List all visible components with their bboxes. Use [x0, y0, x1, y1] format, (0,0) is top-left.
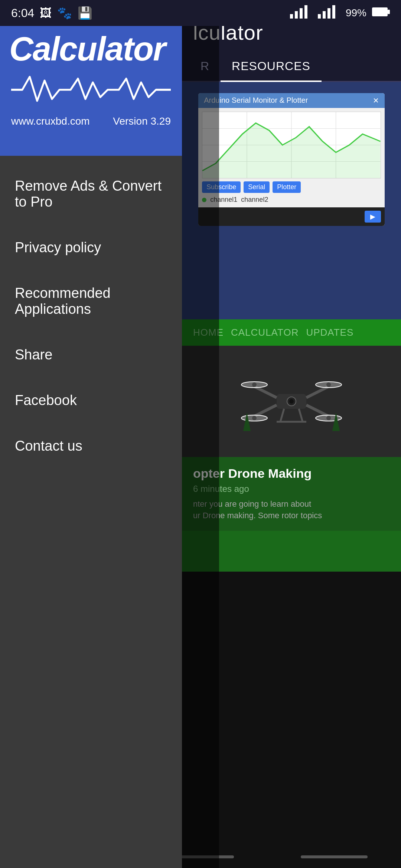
svg-rect-10: [373, 8, 387, 16]
signal-icon: [290, 5, 312, 21]
arduino-bottom-row: channel1 channel2: [202, 196, 381, 204]
arduino-body: Subscribe Serial Plotter channel1 channe…: [198, 108, 385, 207]
website-text: www.cruxbd.com: [11, 115, 90, 127]
header-top-row: Calculator C: [11, 29, 171, 69]
arduino-dark-bar: ▶: [198, 207, 385, 226]
drawer-overlay[interactable]: [182, 0, 219, 868]
gallery-icon: 🖼: [40, 6, 52, 20]
menu-item-privacy-policy[interactable]: Privacy policy: [0, 225, 182, 270]
menu-item-privacy-policy-label: Privacy policy: [15, 240, 101, 256]
status-time: 6:04: [11, 6, 34, 20]
battery-icon: [372, 7, 390, 20]
drone-tab-updates[interactable]: UPDATES: [306, 327, 353, 338]
menu-item-facebook[interactable]: Facebook: [0, 378, 182, 423]
arduino-container: Arduino Serial Monitor & Plotter ✕: [198, 93, 385, 226]
svg-point-27: [326, 382, 331, 387]
menu-item-contact-us[interactable]: Contact us: [0, 423, 182, 469]
arduino-graph-area: [202, 112, 381, 178]
svg-line-32: [280, 409, 284, 422]
arduino-controls: Subscribe Serial Plotter: [202, 181, 381, 193]
svg-line-19: [306, 387, 329, 398]
menu-item-contact-us-label: Contact us: [15, 438, 82, 454]
status-left: 6:04 🖼 🐾 💾: [11, 6, 92, 20]
menu-item-recommended-apps-label: Recommended Applications: [15, 285, 167, 317]
send-btn[interactable]: ▶: [365, 211, 381, 223]
svg-line-33: [299, 409, 303, 422]
svg-line-21: [306, 405, 329, 416]
signal-icon-2: [318, 5, 340, 21]
svg-line-20: [254, 405, 277, 416]
serial-btn[interactable]: Serial: [244, 181, 270, 193]
status-bar: 6:04 🖼 🐾 💾 99%: [0, 0, 401, 26]
svg-rect-7: [332, 5, 335, 19]
drone-tab-calc[interactable]: CALCULATOR: [231, 327, 299, 338]
svg-point-26: [252, 382, 257, 387]
drawer-menu: Remove Ads & Convert to Pro Privacy poli…: [0, 156, 182, 476]
drone-card-text: nter you are going to learn aboutur Dron…: [193, 499, 390, 522]
channel2-label: channel2: [241, 196, 268, 204]
arduino-close: ✕: [373, 96, 379, 105]
menu-item-recommended-apps[interactable]: Recommended Applications: [0, 270, 182, 332]
arduino-title: Arduino Serial Monitor & Plotter: [204, 96, 308, 105]
tab-resources[interactable]: RESOURCES: [221, 52, 322, 82]
battery-percentage: 99%: [346, 7, 366, 19]
svg-rect-0: [290, 14, 293, 19]
svg-point-28: [252, 416, 257, 420]
status-right: 99%: [290, 5, 390, 21]
app-logo-text: Calculator: [9, 30, 165, 68]
svg-rect-1: [295, 11, 298, 19]
svg-rect-9: [388, 10, 390, 14]
plotter-btn[interactable]: Plotter: [273, 181, 301, 193]
svg-rect-4: [318, 14, 321, 19]
version-text: Version 3.29: [113, 115, 171, 127]
header-footer-row: www.cruxbd.com Version 3.29: [11, 115, 171, 127]
nav-pill-recents[interactable]: [301, 855, 368, 858]
storage-icon: 💾: [78, 6, 92, 20]
menu-item-share-label: Share: [15, 347, 52, 363]
svg-point-31: [289, 399, 294, 404]
drone-illustration: [236, 364, 347, 438]
arduino-top-bar: Arduino Serial Monitor & Plotter ✕: [198, 93, 385, 108]
menu-item-remove-ads-label: Remove Ads & Convert to Pro: [15, 178, 167, 210]
user-icon: 🐾: [57, 6, 72, 20]
menu-item-facebook-label: Facebook: [15, 392, 77, 408]
svg-line-18: [254, 387, 277, 398]
drone-card-subtitle: 6 minutes ago: [193, 484, 390, 494]
svg-rect-5: [323, 11, 326, 19]
menu-item-remove-ads[interactable]: Remove Ads & Convert to Pro: [0, 163, 182, 225]
svg-point-29: [326, 416, 331, 420]
drone-card-title: opter Drone Making: [193, 466, 390, 481]
waveform: [11, 73, 171, 108]
svg-rect-2: [300, 8, 303, 19]
drawer: Calculator C: [0, 0, 182, 868]
svg-rect-6: [327, 8, 330, 19]
menu-item-share[interactable]: Share: [0, 332, 182, 378]
svg-rect-3: [304, 5, 307, 19]
